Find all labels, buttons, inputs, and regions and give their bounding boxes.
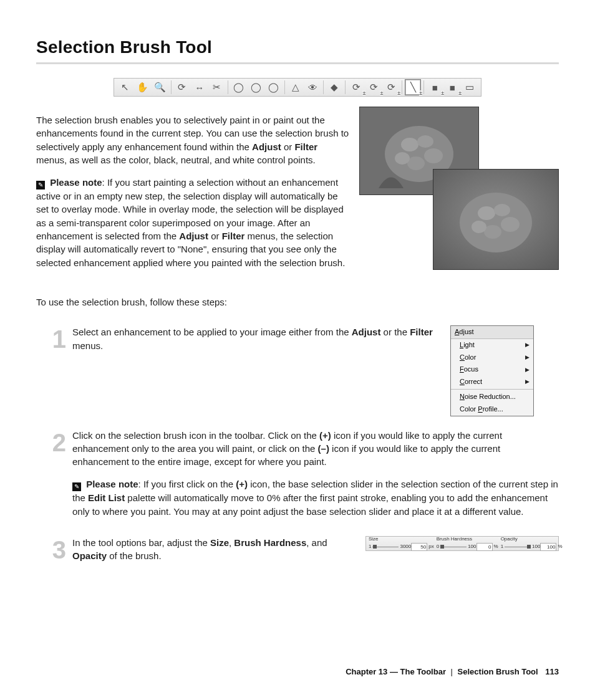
tool-options-bar[interactable]: Size 1 3000 50 px Brush Hardness bbox=[365, 536, 559, 551]
toolbar-separator bbox=[345, 80, 346, 94]
svg-point-12 bbox=[484, 225, 501, 239]
toolbar-button[interactable]: ╲± bbox=[405, 79, 421, 95]
toolbar-button[interactable]: 🔍 bbox=[152, 79, 168, 95]
adjust-menu-item[interactable]: Focus▶ bbox=[451, 363, 533, 376]
svg-point-13 bbox=[472, 221, 486, 233]
hardness-option[interactable]: Brush Hardness 0 100 0 % bbox=[437, 537, 498, 551]
toolbar-separator bbox=[228, 80, 228, 94]
svg-point-6 bbox=[395, 152, 410, 165]
toolbar-button[interactable]: ◯ bbox=[231, 79, 247, 95]
note-icon: ✎ bbox=[72, 482, 81, 491]
adjust-menu-title[interactable]: Adjust bbox=[451, 326, 533, 339]
toolbar-button[interactable]: ↔ bbox=[191, 79, 208, 95]
note-icon: ✎ bbox=[36, 181, 45, 189]
toolbar-button[interactable]: 👁 bbox=[305, 79, 321, 95]
step-2-text: Click on the selection brush icon in the… bbox=[72, 429, 559, 469]
adjust-menu-item[interactable]: Color Profile... bbox=[451, 403, 533, 416]
intro-block: The selection brush enables you to selec… bbox=[36, 104, 559, 318]
size-option[interactable]: Size 1 3000 50 px bbox=[369, 537, 434, 551]
toolbar-separator bbox=[284, 80, 285, 94]
toolbar-separator bbox=[171, 80, 172, 94]
intro-lead: To use the selection brush, follow these… bbox=[36, 295, 559, 309]
svg-point-5 bbox=[407, 156, 425, 170]
svg-point-4 bbox=[424, 148, 443, 163]
svg-point-11 bbox=[501, 217, 520, 232]
adjust-menu-item[interactable]: Correct▶ bbox=[451, 376, 533, 388]
toolbar-separator bbox=[423, 80, 424, 94]
toolbar-button[interactable]: ▭ bbox=[462, 79, 478, 95]
toolbar-button[interactable]: ■± bbox=[444, 79, 460, 95]
toolbar-button[interactable]: △ bbox=[288, 79, 304, 95]
toolbar-button[interactable]: ⟳± bbox=[383, 79, 399, 95]
opacity-option[interactable]: Opacity 1 100 100 % bbox=[501, 537, 563, 551]
step-1: 1 Adjust Light▶Color▶Focus▶Correct▶ Nois… bbox=[36, 325, 559, 420]
toolbar-button[interactable]: ✂ bbox=[209, 79, 225, 95]
step-number: 2 bbox=[36, 429, 72, 527]
adjust-menu-item[interactable]: Noise Reduction... bbox=[451, 391, 533, 403]
svg-point-3 bbox=[417, 135, 433, 148]
step-2: 2 Click on the selection brush icon in t… bbox=[36, 429, 559, 527]
toolbar: ↖✋🔍⟳↔✂◯◯◯△👁◆⟳±⟳±⟳±╲±■±■±▭ bbox=[114, 78, 481, 97]
toolbar-button[interactable]: ✋ bbox=[135, 79, 151, 95]
toolbar-button[interactable]: ■± bbox=[427, 79, 443, 95]
submenu-arrow-icon: ▶ bbox=[525, 366, 530, 374]
steps: 1 Adjust Light▶Color▶Focus▶Correct▶ Nois… bbox=[36, 325, 559, 562]
step-3: 3 Size 1 3000 50 px bbox=[36, 536, 559, 563]
svg-point-9 bbox=[478, 206, 495, 220]
svg-point-8 bbox=[460, 193, 532, 252]
adjust-menu[interactable]: Adjust Light▶Color▶Focus▶Correct▶ Noise … bbox=[450, 325, 534, 416]
toolbar-button[interactable]: ⟳± bbox=[348, 79, 364, 95]
adjust-menu-item[interactable]: Color▶ bbox=[451, 352, 533, 364]
toolbar-button[interactable]: ◆ bbox=[326, 79, 342, 95]
title-rule bbox=[36, 62, 559, 64]
svg-point-2 bbox=[401, 138, 418, 151]
submenu-arrow-icon: ▶ bbox=[525, 378, 530, 386]
adjust-menu-item[interactable]: Light▶ bbox=[451, 339, 533, 352]
example-images bbox=[359, 107, 559, 281]
step-number: 3 bbox=[36, 536, 72, 563]
toolbar-separator bbox=[323, 80, 324, 94]
toolbar-button[interactable]: ⟳ bbox=[174, 79, 190, 95]
page-footer: Chapter 13 — The Toolbar | Selection Bru… bbox=[346, 667, 559, 676]
step-number: 1 bbox=[36, 325, 72, 420]
toolbar-button[interactable]: ◯ bbox=[248, 79, 264, 95]
toolbar-button[interactable]: ◯ bbox=[266, 79, 282, 95]
toolbar-separator bbox=[402, 80, 402, 94]
toolbar-button[interactable]: ⟳± bbox=[365, 79, 382, 95]
svg-point-10 bbox=[494, 204, 510, 216]
toolbar-button[interactable]: ↖ bbox=[117, 79, 133, 95]
page-title: Selection Brush Tool bbox=[36, 37, 559, 57]
step-2-note: ✎ Please note: If you first click on the… bbox=[72, 477, 559, 518]
example-photo-blur bbox=[433, 169, 559, 270]
submenu-arrow-icon: ▶ bbox=[525, 353, 530, 362]
submenu-arrow-icon: ▶ bbox=[525, 341, 530, 349]
